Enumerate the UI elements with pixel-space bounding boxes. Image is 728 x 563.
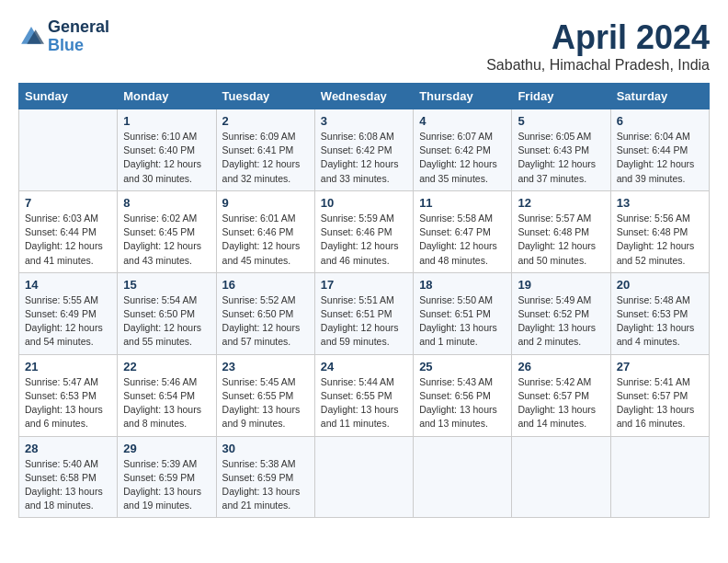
- day-info: Sunrise: 6:02 AM Sunset: 6:45 PM Dayligh…: [123, 212, 210, 268]
- day-info: Sunrise: 5:58 AM Sunset: 6:47 PM Dayligh…: [419, 212, 506, 268]
- title-block: April 2024 Sabathu, Himachal Pradesh, In…: [486, 18, 710, 74]
- table-row: 23Sunrise: 5:45 AM Sunset: 6:55 PM Dayli…: [216, 354, 314, 436]
- calendar-week-1: 1Sunrise: 6:10 AM Sunset: 6:40 PM Daylig…: [19, 109, 710, 191]
- day-number: 18: [419, 278, 506, 292]
- table-row: 29Sunrise: 5:39 AM Sunset: 6:59 PM Dayli…: [118, 436, 216, 518]
- day-number: 21: [25, 360, 111, 373]
- day-info: Sunrise: 5:44 AM Sunset: 6:55 PM Dayligh…: [321, 375, 407, 431]
- month-title: April 2024: [486, 18, 710, 57]
- day-info: Sunrise: 5:48 AM Sunset: 6:53 PM Dayligh…: [617, 293, 703, 350]
- calendar-week-2: 7Sunrise: 6:03 AM Sunset: 6:44 PM Daylig…: [19, 190, 710, 272]
- day-number: 30: [222, 442, 309, 455]
- day-number: 6: [617, 114, 703, 128]
- day-number: 27: [617, 360, 703, 373]
- day-info: Sunrise: 6:03 AM Sunset: 6:44 PM Dayligh…: [25, 212, 111, 268]
- table-row: 11Sunrise: 5:58 AM Sunset: 6:47 PM Dayli…: [414, 190, 512, 272]
- day-number: 13: [617, 196, 703, 210]
- day-number: 7: [25, 196, 111, 210]
- table-row: 20Sunrise: 5:48 AM Sunset: 6:53 PM Dayli…: [610, 272, 709, 354]
- table-row: [610, 436, 709, 518]
- day-info: Sunrise: 5:49 AM Sunset: 6:52 PM Dayligh…: [518, 293, 604, 350]
- table-row: 7Sunrise: 6:03 AM Sunset: 6:44 PM Daylig…: [19, 190, 118, 272]
- day-number: 20: [617, 278, 703, 292]
- day-info: Sunrise: 6:04 AM Sunset: 6:44 PM Dayligh…: [617, 130, 703, 186]
- day-info: Sunrise: 5:43 AM Sunset: 6:56 PM Dayligh…: [419, 375, 506, 431]
- calendar-week-5: 28Sunrise: 5:40 AM Sunset: 6:58 PM Dayli…: [19, 436, 710, 518]
- day-info: Sunrise: 5:50 AM Sunset: 6:51 PM Dayligh…: [419, 293, 506, 350]
- header-row: Sunday Monday Tuesday Wednesday Thursday…: [19, 84, 710, 109]
- day-number: 22: [123, 360, 210, 373]
- col-thursday: Thursday: [414, 84, 512, 109]
- table-row: 1Sunrise: 6:10 AM Sunset: 6:40 PM Daylig…: [118, 109, 216, 191]
- table-row: 12Sunrise: 5:57 AM Sunset: 6:48 PM Dayli…: [512, 190, 610, 272]
- table-row: [414, 436, 512, 518]
- col-friday: Friday: [512, 84, 610, 109]
- day-number: 10: [321, 196, 407, 210]
- col-sunday: Sunday: [19, 84, 118, 109]
- calendar-table: Sunday Monday Tuesday Wednesday Thursday…: [18, 83, 710, 518]
- day-number: 28: [25, 442, 111, 455]
- table-row: 19Sunrise: 5:49 AM Sunset: 6:52 PM Dayli…: [512, 272, 610, 354]
- table-row: 21Sunrise: 5:47 AM Sunset: 6:53 PM Dayli…: [19, 354, 118, 436]
- table-row: 10Sunrise: 5:59 AM Sunset: 6:46 PM Dayli…: [314, 190, 413, 272]
- day-info: Sunrise: 5:51 AM Sunset: 6:51 PM Dayligh…: [321, 293, 407, 350]
- table-row: 8Sunrise: 6:02 AM Sunset: 6:45 PM Daylig…: [118, 190, 216, 272]
- day-number: 8: [123, 196, 210, 210]
- day-number: 4: [419, 114, 506, 128]
- logo-text: General Blue: [48, 18, 109, 55]
- day-info: Sunrise: 6:09 AM Sunset: 6:41 PM Dayligh…: [222, 130, 309, 186]
- day-number: 12: [518, 196, 604, 210]
- table-row: [19, 109, 118, 191]
- col-monday: Monday: [118, 84, 216, 109]
- day-number: 16: [222, 278, 309, 292]
- day-info: Sunrise: 5:59 AM Sunset: 6:46 PM Dayligh…: [321, 212, 407, 268]
- table-row: 26Sunrise: 5:42 AM Sunset: 6:57 PM Dayli…: [512, 354, 610, 436]
- col-saturday: Saturday: [610, 84, 709, 109]
- day-number: 17: [321, 278, 407, 292]
- day-number: 1: [123, 114, 210, 128]
- table-row: 15Sunrise: 5:54 AM Sunset: 6:50 PM Dayli…: [118, 272, 216, 354]
- day-info: Sunrise: 5:46 AM Sunset: 6:54 PM Dayligh…: [123, 375, 210, 431]
- calendar-week-3: 14Sunrise: 5:55 AM Sunset: 6:49 PM Dayli…: [19, 272, 710, 354]
- day-info: Sunrise: 5:52 AM Sunset: 6:50 PM Dayligh…: [222, 293, 309, 350]
- day-number: 25: [419, 360, 506, 373]
- day-number: 11: [419, 196, 506, 210]
- day-info: Sunrise: 6:07 AM Sunset: 6:42 PM Dayligh…: [419, 130, 506, 186]
- day-info: Sunrise: 5:45 AM Sunset: 6:55 PM Dayligh…: [222, 375, 309, 431]
- day-number: 3: [321, 114, 407, 128]
- day-number: 15: [123, 278, 210, 292]
- table-row: 9Sunrise: 6:01 AM Sunset: 6:46 PM Daylig…: [216, 190, 314, 272]
- calendar-week-4: 21Sunrise: 5:47 AM Sunset: 6:53 PM Dayli…: [19, 354, 710, 436]
- day-info: Sunrise: 6:08 AM Sunset: 6:42 PM Dayligh…: [321, 130, 407, 186]
- day-info: Sunrise: 5:56 AM Sunset: 6:48 PM Dayligh…: [617, 212, 703, 268]
- day-number: 14: [25, 278, 111, 292]
- table-row: [314, 436, 413, 518]
- table-row: 22Sunrise: 5:46 AM Sunset: 6:54 PM Dayli…: [118, 354, 216, 436]
- table-row: 3Sunrise: 6:08 AM Sunset: 6:42 PM Daylig…: [314, 109, 413, 191]
- day-info: Sunrise: 6:05 AM Sunset: 6:43 PM Dayligh…: [518, 130, 604, 186]
- day-info: Sunrise: 5:40 AM Sunset: 6:58 PM Dayligh…: [25, 457, 111, 513]
- day-info: Sunrise: 5:55 AM Sunset: 6:49 PM Dayligh…: [25, 293, 111, 350]
- day-number: 9: [222, 196, 309, 210]
- table-row: 16Sunrise: 5:52 AM Sunset: 6:50 PM Dayli…: [216, 272, 314, 354]
- table-row: 14Sunrise: 5:55 AM Sunset: 6:49 PM Dayli…: [19, 272, 118, 354]
- table-row: 24Sunrise: 5:44 AM Sunset: 6:55 PM Dayli…: [314, 354, 413, 436]
- day-number: 26: [518, 360, 604, 373]
- col-tuesday: Tuesday: [216, 84, 314, 109]
- day-info: Sunrise: 5:39 AM Sunset: 6:59 PM Dayligh…: [123, 457, 210, 513]
- day-info: Sunrise: 5:42 AM Sunset: 6:57 PM Dayligh…: [518, 375, 604, 431]
- logo: General Blue: [18, 18, 109, 55]
- day-number: 29: [123, 442, 210, 455]
- page-header: General Blue April 2024 Sabathu, Himacha…: [18, 18, 710, 74]
- table-row: [512, 436, 610, 518]
- day-number: 23: [222, 360, 309, 373]
- day-info: Sunrise: 5:47 AM Sunset: 6:53 PM Dayligh…: [25, 375, 111, 431]
- day-number: 2: [222, 114, 309, 128]
- table-row: 18Sunrise: 5:50 AM Sunset: 6:51 PM Dayli…: [414, 272, 512, 354]
- table-row: 13Sunrise: 5:56 AM Sunset: 6:48 PM Dayli…: [610, 190, 709, 272]
- day-info: Sunrise: 5:57 AM Sunset: 6:48 PM Dayligh…: [518, 212, 604, 268]
- table-row: 25Sunrise: 5:43 AM Sunset: 6:56 PM Dayli…: [414, 354, 512, 436]
- table-row: 17Sunrise: 5:51 AM Sunset: 6:51 PM Dayli…: [314, 272, 413, 354]
- location-subtitle: Sabathu, Himachal Pradesh, India: [486, 57, 710, 74]
- table-row: 28Sunrise: 5:40 AM Sunset: 6:58 PM Dayli…: [19, 436, 118, 518]
